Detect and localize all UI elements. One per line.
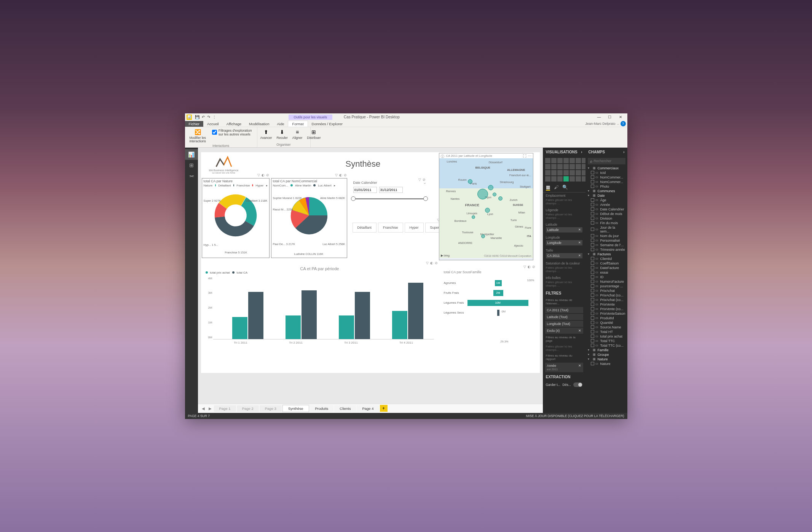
- field-ca2011[interactable]: CA 2011✕: [546, 253, 582, 258]
- filter-ca2011[interactable]: CA 2011 (Tout): [545, 307, 583, 313]
- none-icon[interactable]: ⊘: [532, 265, 535, 269]
- drop-zone[interactable]: Faites glisser ici les champs ...: [546, 265, 582, 274]
- distribute-button[interactable]: ⊞Distribuer: [306, 128, 321, 140]
- field-row[interactable]: ▭Date Calendrier: [587, 207, 626, 212]
- drop-zone[interactable]: Faites glisser ici les champs ...: [546, 280, 582, 288]
- clustered-bar-icon[interactable]: [551, 158, 557, 163]
- qat-more-icon[interactable]: ⋮: [212, 115, 216, 119]
- legend-next-icon[interactable]: ▸: [266, 184, 268, 187]
- field-row[interactable]: ▭NumeroFacture: [587, 279, 626, 284]
- field-row[interactable]: ▭Fin du mois: [587, 221, 626, 225]
- slicer-btn-detaillant[interactable]: Détaillant: [353, 223, 377, 233]
- multi-card-icon[interactable]: [576, 170, 581, 175]
- field-row[interactable]: ▭Source.Name: [587, 325, 626, 330]
- page-tab[interactable]: Page 2: [237, 405, 259, 412]
- page-tab[interactable]: Synthèse: [282, 405, 309, 412]
- send-backward-button[interactable]: ⬇Reculer: [276, 128, 289, 140]
- table-row[interactable]: ▾▦Nature: [587, 357, 626, 362]
- field-row[interactable]: ▭essai: [587, 270, 626, 275]
- donut-icon[interactable]: [576, 164, 581, 169]
- card-icon[interactable]: [570, 170, 575, 175]
- slicer-icon[interactable]: [545, 176, 550, 182]
- ribbon-icon[interactable]: [551, 164, 557, 169]
- filter-longitude[interactable]: Longitude (Tout): [545, 321, 583, 327]
- align-button[interactable]: ≡Aligner: [292, 128, 303, 140]
- focus-mode-icon[interactable]: ⛶: [523, 154, 526, 158]
- field-row[interactable]: ▭PrixVente: [587, 302, 626, 307]
- date-slider[interactable]: [353, 198, 426, 199]
- focus-icon[interactable]: ◐: [430, 261, 433, 265]
- remove-icon[interactable]: ✕: [578, 241, 581, 244]
- tab-fichier[interactable]: Fichier: [185, 121, 204, 127]
- tab-accueil[interactable]: Accueil: [203, 121, 223, 127]
- save-icon[interactable]: 💾: [195, 115, 199, 119]
- add-page-button[interactable]: +: [380, 405, 388, 412]
- field-row[interactable]: ▭Total TTC: [587, 339, 626, 343]
- table-row[interactable]: ▾▦Communes: [587, 189, 626, 193]
- field-longitude[interactable]: Longitude✕: [546, 240, 582, 245]
- search-input[interactable]: [594, 159, 623, 163]
- update-available-link[interactable]: MISE À JOUR DISPONIBLE (CLIQUEZ POUR LA …: [526, 414, 624, 418]
- filter-icon[interactable]: ▽: [257, 173, 260, 177]
- field-row[interactable]: ▭Photo: [587, 184, 626, 189]
- hbar-chart-sousfamille[interactable]: ▽◐⊘ total CA par SousFamille 100% Agrume…: [444, 270, 535, 346]
- filter-annee[interactable]: Annéeest 2011✕: [545, 363, 583, 372]
- filter-icon[interactable]: ▽: [426, 261, 429, 265]
- fields-tab-icon[interactable]: ▦: [546, 185, 550, 191]
- field-row[interactable]: ▭IcId: [587, 170, 626, 175]
- filter-latitude[interactable]: Latitude (Tout): [545, 314, 583, 320]
- minimize-icon[interactable]: —: [594, 113, 605, 121]
- map-visual[interactable]: ⛶ ⋯ ⓘ CA 2011 par Latitude et Longitude …: [439, 153, 533, 260]
- focus-icon[interactable]: ◐: [339, 173, 342, 177]
- focus-icon[interactable]: ◐: [262, 173, 265, 177]
- field-row[interactable]: ▭Nom du jour: [587, 234, 626, 238]
- stacked-column-icon[interactable]: [557, 158, 563, 163]
- modify-interactions-button[interactable]: 🔀 Modifier les interactions: [187, 128, 208, 144]
- field-row[interactable]: ▭PrixAchat: [587, 288, 626, 293]
- map-icon[interactable]: [545, 170, 550, 175]
- field-row[interactable]: ▭ID: [587, 275, 626, 279]
- field-row[interactable]: ▭total prix achat: [587, 334, 626, 339]
- page-next-icon[interactable]: ▶: [207, 406, 213, 411]
- drop-zone[interactable]: Faites glisser ici les champs...: [543, 344, 585, 353]
- field-row[interactable]: ▭Âge: [587, 198, 626, 202]
- line-column-icon[interactable]: [545, 164, 550, 169]
- date-slicer[interactable]: ▽⊘ Date Calendrier⌵: [353, 181, 426, 199]
- filter-exploration-checkbox[interactable]: [212, 130, 217, 135]
- field-row[interactable]: ▭PrixVente (co...: [587, 307, 626, 311]
- field-row[interactable]: ▭DateFacture: [587, 266, 626, 270]
- model-view-icon[interactable]: ⫘: [185, 170, 198, 181]
- page-tab[interactable]: Page 4: [357, 405, 379, 412]
- pie-chart-commercial[interactable]: ▽◐⊘ total CA par NomCommercial NomCom...…: [271, 178, 347, 258]
- area-chart-icon[interactable]: [576, 158, 581, 163]
- filled-map-icon[interactable]: [551, 170, 557, 175]
- scatter-icon[interactable]: [563, 164, 569, 169]
- page-tab[interactable]: Page 1: [214, 405, 236, 412]
- report-canvas[interactable]: MA Business Intelligence Le savoir est u…: [201, 152, 540, 373]
- tab-modelisation[interactable]: Modélisation: [245, 121, 273, 127]
- funnel-icon[interactable]: [557, 170, 563, 175]
- field-row[interactable]: ▭Jour de la sem...: [587, 225, 626, 234]
- clustered-column-icon[interactable]: [563, 158, 569, 163]
- more-options-icon[interactable]: ⋯: [528, 154, 531, 158]
- slider-handle-left[interactable]: [351, 196, 356, 201]
- table-row[interactable]: ▾▦Factures: [587, 252, 626, 256]
- none-icon[interactable]: ⊘: [435, 261, 438, 265]
- table-icon[interactable]: [551, 176, 557, 182]
- fields-search[interactable]: ⌕: [588, 158, 625, 164]
- user-name[interactable]: Jean-Marc Delprato: [585, 122, 615, 126]
- python-icon[interactable]: [570, 176, 575, 182]
- field-row[interactable]: ▭ClientId: [587, 256, 626, 261]
- redo-icon[interactable]: ↷: [207, 115, 210, 119]
- field-row[interactable]: ▭PrixAchat (co...: [587, 293, 626, 298]
- field-row[interactable]: ▭PrixVenteSaison: [587, 311, 626, 316]
- field-row[interactable]: ▭Total HT: [587, 330, 626, 334]
- field-row[interactable]: ▭Début de mois: [587, 212, 626, 216]
- collapse-icon[interactable]: ›: [581, 150, 582, 154]
- field-row[interactable]: ▭NomCommer...: [587, 175, 626, 180]
- remove-icon[interactable]: ✕: [578, 329, 581, 333]
- field-row[interactable]: ▭Quantité: [587, 320, 626, 325]
- help-icon[interactable]: ?: [621, 121, 626, 126]
- bar-chart-periode[interactable]: ▽◐⊘ CA et PA par période total prix acha…: [202, 266, 438, 351]
- remove-icon[interactable]: ✕: [578, 228, 581, 231]
